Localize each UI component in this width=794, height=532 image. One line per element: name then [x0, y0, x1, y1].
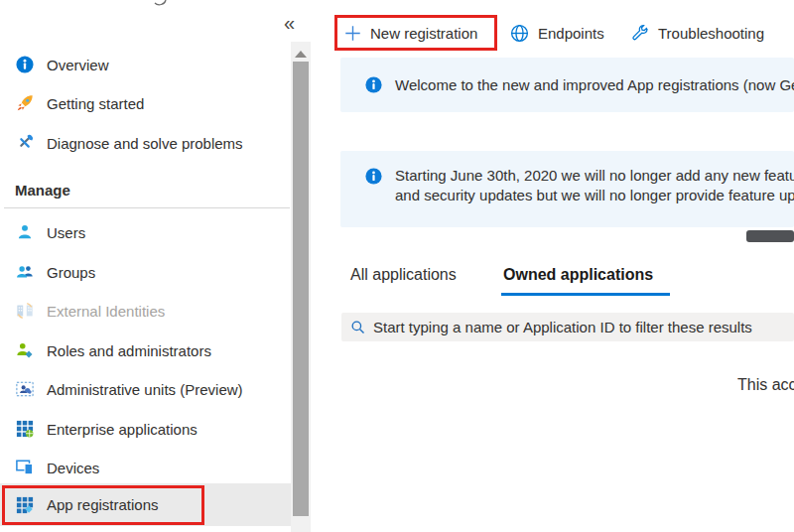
sidebar-item-label: Enterprise applications	[47, 421, 198, 438]
new-registration-button[interactable]: New registration	[344, 15, 477, 51]
sidebar-item-label: Diagnose and solve problems	[47, 135, 243, 152]
sidebar-item-label: App registrations	[47, 496, 159, 513]
sidebar-item-label: Roles and administrators	[47, 342, 211, 359]
sidebar-item-label: Users	[47, 224, 85, 241]
info-icon	[365, 168, 382, 185]
scrollbar-up-arrow-icon[interactable]	[295, 51, 307, 58]
active-tab-underline	[501, 293, 670, 296]
sidebar-item-label: Getting started	[47, 95, 144, 112]
external-identities-icon	[15, 302, 34, 321]
scrollbar-thumb[interactable]	[293, 62, 309, 516]
sidebar-scrollbar[interactable]	[291, 42, 311, 532]
sidebar-item-label: Administrative units (Preview)	[47, 381, 243, 398]
devices-icon	[15, 459, 34, 477]
tab-owned-applications[interactable]: Owned applications	[503, 266, 653, 284]
info-icon	[365, 76, 382, 93]
wrench-icon	[631, 24, 649, 42]
clipped-tooltip-fragment	[746, 230, 794, 242]
sidebar-item-external-identities[interactable]: External Identities	[0, 291, 291, 331]
sidebar-divider	[4, 207, 290, 208]
sidebar-section-manage: Manage	[15, 182, 70, 199]
search-input[interactable]	[373, 319, 794, 335]
sidebar-item-admin-units[interactable]: Administrative units (Preview)	[0, 369, 291, 409]
sidebar-item-label: Devices	[47, 460, 99, 476]
sidebar-item-label: Overview	[47, 57, 109, 73]
search-icon	[350, 320, 365, 334]
banner-text: Starting June 30th, 2020 we will no long…	[395, 166, 794, 205]
info-icon	[15, 56, 34, 74]
sidebar-item-users[interactable]: Users	[0, 212, 291, 252]
app-registrations-icon	[15, 495, 34, 514]
sidebar-item-app-registrations[interactable]: App registrations	[0, 483, 291, 526]
tab-all-applications[interactable]: All applications	[350, 266, 457, 284]
tools-icon	[15, 134, 34, 153]
sidebar-item-overview[interactable]: Overview	[0, 45, 291, 84]
admin-units-icon	[15, 380, 34, 399]
sidebar-item-enterprise-apps[interactable]: Enterprise applications	[0, 409, 291, 449]
sidebar-item-roles[interactable]: Roles and administrators	[0, 331, 291, 370]
roles-icon	[15, 341, 34, 360]
endpoints-label: Endpoints	[538, 25, 604, 42]
sidebar-item-devices[interactable]: Devices	[0, 448, 291, 487]
sidebar-item-getting-started[interactable]: Getting started	[0, 83, 291, 123]
people-group-icon	[15, 263, 34, 282]
enterprise-apps-icon	[15, 420, 34, 439]
new-registration-label: New registration	[370, 25, 477, 42]
banner-line: Starting June 30th, 2020 we will no long…	[395, 166, 794, 186]
plus-icon	[344, 25, 361, 42]
deprecation-info-banner: Starting June 30th, 2020 we will no long…	[340, 151, 794, 227]
sidebar-item-diagnose[interactable]: Diagnose and solve problems	[0, 123, 291, 163]
globe-icon	[510, 24, 529, 43]
welcome-info-banner: Welcome to the new and improved App regi…	[340, 58, 794, 112]
application-filter-searchbox[interactable]	[341, 313, 794, 341]
user-icon	[15, 223, 34, 242]
sidebar-item-groups[interactable]: Groups	[0, 252, 291, 292]
troubleshooting-label: Troubleshooting	[658, 25, 764, 42]
clipped-page-title-fragment	[154, 0, 168, 7]
sidebar-item-label: External Identities	[47, 303, 165, 320]
rocket-icon	[15, 94, 34, 113]
empty-state-text: This acc	[737, 376, 794, 394]
sidebar-collapse-button[interactable]: «	[284, 13, 295, 33]
sidebar-item-label: Groups	[47, 264, 95, 281]
troubleshooting-button[interactable]: Troubleshooting	[631, 15, 764, 51]
app-registrations-page: « Overview Getting started	[0, 0, 794, 532]
banner-text: Welcome to the new and improved App regi…	[395, 75, 794, 95]
banner-line: and security updates but we will no long…	[395, 186, 794, 205]
endpoints-button[interactable]: Endpoints	[510, 15, 604, 51]
